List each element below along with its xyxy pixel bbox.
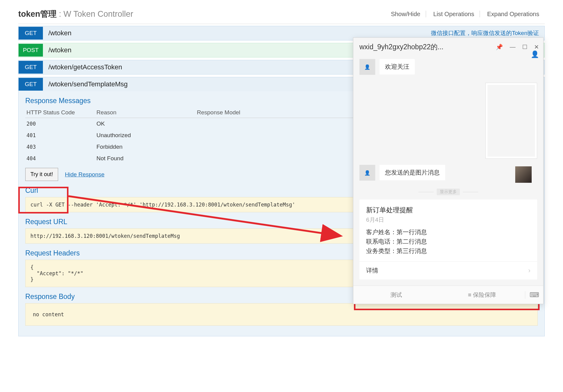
response-body-block: no content bbox=[25, 303, 538, 326]
wechat-tab[interactable]: ≡ 保险保障 bbox=[439, 291, 525, 299]
image-message[interactable] bbox=[485, 83, 537, 159]
avatar[interactable]: 👤 bbox=[359, 59, 375, 75]
wechat-title: wxid_9yh2gxy2hobp22的... bbox=[359, 42, 443, 52]
chat-message: 👤 您发送的是图片消息 bbox=[359, 165, 537, 181]
card-title: 新订单处理提醒 bbox=[366, 206, 530, 215]
http-method-badge: GET bbox=[19, 27, 43, 40]
message-bubble: 欢迎关汪 bbox=[379, 59, 415, 75]
message-bubble: 您发送的是图片消息 bbox=[379, 165, 445, 180]
wechat-tab[interactable]: 测试 bbox=[353, 291, 439, 299]
tag-name: token管理 bbox=[18, 9, 57, 19]
wechat-titlebar[interactable]: wxid_9yh2gxy2hobp22的... 📌 — ☐ ✕ bbox=[353, 38, 543, 55]
try-it-out-button[interactable]: Try it out! bbox=[25, 168, 58, 181]
card-row: 联系电话：第二行消息 bbox=[366, 238, 530, 246]
close-icon[interactable]: ✕ bbox=[534, 43, 539, 50]
avatar[interactable]: 👤 bbox=[359, 165, 375, 181]
show-hide-link[interactable]: Show/Hide bbox=[385, 11, 426, 17]
col-http-status: HTTP Status Code bbox=[25, 107, 95, 118]
chevron-right-icon: › bbox=[528, 267, 530, 275]
card-footer-label: 详情 bbox=[366, 266, 378, 275]
card-date: 6月4日 bbox=[366, 216, 530, 224]
template-message-card[interactable]: 新订单处理提醒 6月4日 客户姓名：第一行消息 联系电话：第二行消息 业务类型：… bbox=[359, 199, 537, 279]
card-row: 业务类型：第三行消息 bbox=[366, 247, 530, 255]
expand-operations-link[interactable]: Expand Operations bbox=[482, 11, 545, 17]
http-method-badge: GET bbox=[19, 61, 43, 74]
http-method-badge: POST bbox=[19, 44, 43, 57]
col-reason: Reason bbox=[95, 107, 196, 118]
list-operations-link[interactable]: List Operations bbox=[428, 11, 480, 17]
controller-name: W Token Controller bbox=[64, 9, 133, 19]
chat-message: 👤 欢迎关汪 bbox=[359, 59, 537, 75]
card-footer[interactable]: 详情 › bbox=[359, 261, 537, 279]
user-icon[interactable]: 👤 bbox=[531, 50, 539, 58]
keyboard-icon[interactable]: ⌨ bbox=[525, 291, 543, 299]
minimize-icon[interactable]: — bbox=[510, 43, 516, 50]
wechat-window: wxid_9yh2gxy2hobp22的... 📌 — ☐ ✕ 👤 👤 欢迎关汪… bbox=[353, 37, 544, 304]
chat-divider: 显示更多 bbox=[359, 189, 537, 195]
http-method-badge: GET bbox=[19, 78, 43, 91]
card-row: 客户姓名：第一行消息 bbox=[366, 228, 530, 236]
section-header: token管理 : W Token Controller Show/Hide L… bbox=[18, 6, 545, 24]
hide-response-link[interactable]: Hide Response bbox=[65, 171, 104, 178]
pin-icon[interactable]: 📌 bbox=[496, 43, 503, 50]
section-title[interactable]: token管理 : W Token Controller bbox=[18, 9, 133, 19]
wechat-bottom-bar: 测试 ≡ 保险保障 ⌨ bbox=[353, 286, 543, 304]
maximize-icon[interactable]: ☐ bbox=[522, 43, 527, 50]
avatar[interactable] bbox=[515, 166, 532, 183]
